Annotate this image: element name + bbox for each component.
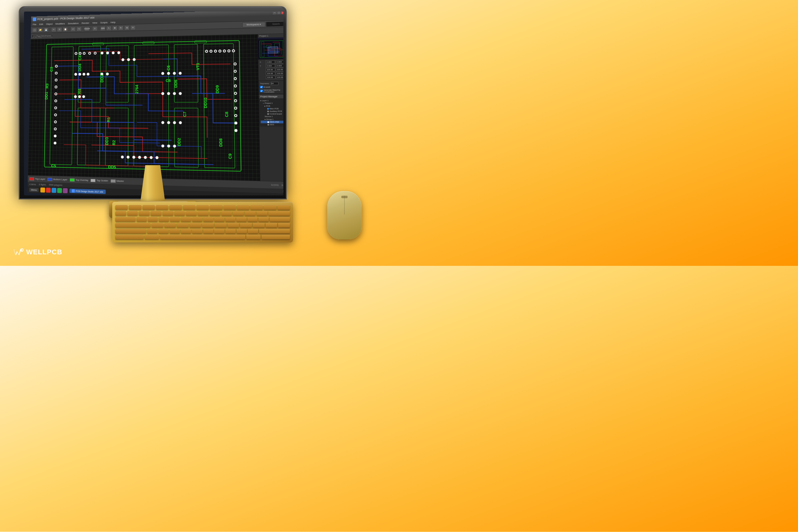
select-tool[interactable]: ↖ <box>106 25 112 31</box>
key-x[interactable] <box>158 229 169 233</box>
key-q[interactable] <box>136 217 147 222</box>
copy-button[interactable]: ⎘ <box>57 27 62 32</box>
taskbar-icon-3[interactable] <box>52 188 56 193</box>
key-p[interactable] <box>236 217 247 222</box>
key-0[interactable] <box>233 211 244 216</box>
key-b[interactable] <box>192 229 202 233</box>
y-input-1[interactable] <box>266 64 275 68</box>
menu-edit[interactable]: Edit <box>39 23 43 25</box>
minimize-button[interactable]: ─ <box>273 12 277 14</box>
w-input-1[interactable] <box>266 68 275 71</box>
key-h[interactable] <box>215 223 227 228</box>
key-j[interactable] <box>228 223 240 228</box>
key-o[interactable] <box>225 217 236 222</box>
key-tab[interactable] <box>115 217 136 222</box>
key-lalt[interactable] <box>145 235 159 239</box>
key-rctrl[interactable] <box>262 235 290 239</box>
menu-object[interactable]: Object <box>46 23 52 25</box>
key-e[interactable] <box>159 217 169 222</box>
d-input-1[interactable] <box>266 76 275 79</box>
key-minus[interactable] <box>245 211 255 216</box>
key-period[interactable] <box>236 229 247 233</box>
key-capslock[interactable] <box>115 223 151 228</box>
pm-pcb[interactable]: ▸ PCB <box>260 104 283 107</box>
h-input-1[interactable] <box>266 72 275 75</box>
gen-mapping-check[interactable] <box>260 90 263 92</box>
key-enter[interactable] <box>270 217 290 222</box>
paste-button[interactable]: 📋 <box>63 27 68 32</box>
workspaces-dropdown[interactable]: Workspaces ▾ <box>242 22 265 27</box>
pm-dds[interactable]: DDS <box>261 123 283 126</box>
cut-button[interactable]: ✂ <box>51 27 56 32</box>
key-f4[interactable] <box>169 205 182 210</box>
key-rshift[interactable] <box>259 229 290 233</box>
taskbar-icon-2[interactable] <box>46 188 51 193</box>
key-g[interactable] <box>202 223 214 228</box>
key-n[interactable] <box>203 229 213 233</box>
h-input-2[interactable] <box>276 72 283 75</box>
key-9[interactable] <box>221 211 232 216</box>
pm-project1[interactable]: ▸ Project 1 <box>260 102 283 104</box>
key-f8[interactable] <box>224 205 236 210</box>
key-a[interactable] <box>152 223 163 228</box>
tab-bottom-layer[interactable]: Bottom Layer <box>48 178 67 182</box>
key-m[interactable] <box>214 229 225 233</box>
all-dropdown[interactable]: All▾ <box>100 26 106 31</box>
key-f9[interactable] <box>237 205 249 210</box>
key-d[interactable] <box>177 223 189 228</box>
segments-input[interactable] <box>271 82 279 85</box>
taskbar-menu-button[interactable]: Menu <box>29 188 39 192</box>
key-8[interactable] <box>209 211 221 216</box>
key-5[interactable] <box>174 211 185 216</box>
key-v[interactable] <box>181 229 191 233</box>
key-ralt[interactable] <box>246 235 261 239</box>
grid-button[interactable]: # <box>92 26 98 31</box>
key-lctrl[interactable] <box>115 235 144 239</box>
tab-top-solder[interactable]: Top Solder <box>91 178 108 182</box>
menu-help[interactable]: Help <box>111 21 116 24</box>
key-t[interactable] <box>181 217 191 222</box>
pcb-canvas[interactable]: DD1 C5 R3 C3 DD4 C4 R4 DD2 DD3 DD5 R1 <box>28 34 260 181</box>
key-s[interactable] <box>164 223 176 228</box>
taskbar-icon-5[interactable] <box>63 188 68 193</box>
key-f12[interactable] <box>278 205 290 210</box>
x-input-2[interactable] <box>276 60 283 63</box>
undo-button[interactable]: ↩ <box>71 26 76 32</box>
key-semicolon[interactable] <box>266 223 278 228</box>
key-f7[interactable] <box>210 205 222 210</box>
taskbar-app-button[interactable]: PCB Design Studio 2017 x64 <box>70 189 106 194</box>
key-backtick[interactable] <box>115 211 126 216</box>
tab-top-overlay[interactable]: Top Overlay <box>70 178 89 182</box>
key-r[interactable] <box>170 217 180 222</box>
menu-view[interactable]: View <box>92 21 97 24</box>
key-equals[interactable] <box>256 211 267 216</box>
key-z[interactable] <box>147 229 157 233</box>
key-lbracket[interactable] <box>247 217 258 222</box>
key-rbracket[interactable] <box>259 217 269 222</box>
key-f3[interactable] <box>156 205 168 210</box>
menu-simulation[interactable]: Simulation <box>68 22 79 25</box>
redo-button[interactable]: ↪ <box>76 26 82 32</box>
maximize-button[interactable]: □ <box>277 12 281 14</box>
key-3[interactable] <box>151 211 162 216</box>
key-slash[interactable] <box>248 229 258 233</box>
menu-file[interactable]: File <box>33 23 36 26</box>
key-space[interactable] <box>160 235 245 239</box>
menu-modifiers[interactable]: Modifiers <box>56 22 65 25</box>
key-f6[interactable] <box>196 205 209 210</box>
copy-tool[interactable]: ⧉ <box>124 25 130 30</box>
key-comma[interactable] <box>225 229 236 233</box>
open-button[interactable]: 📁 <box>38 27 43 32</box>
pm-main-pcb[interactable]: Main PCB <box>261 107 283 110</box>
key-i[interactable] <box>214 217 225 222</box>
view-dropdown[interactable]: View▾ <box>84 26 90 31</box>
taskbar-icon-4[interactable] <box>57 188 62 193</box>
delete-tool[interactable]: ✕ <box>130 25 136 30</box>
key-backspace[interactable] <box>268 211 290 216</box>
key-w[interactable] <box>148 217 158 222</box>
key-2[interactable] <box>139 211 150 216</box>
menu-scripts[interactable]: Scripts <box>100 21 108 24</box>
rotate-tool[interactable]: ↻ <box>118 25 124 30</box>
key-f10[interactable] <box>250 205 263 210</box>
smooth-checkbox[interactable]: Smooth <box>260 86 283 89</box>
